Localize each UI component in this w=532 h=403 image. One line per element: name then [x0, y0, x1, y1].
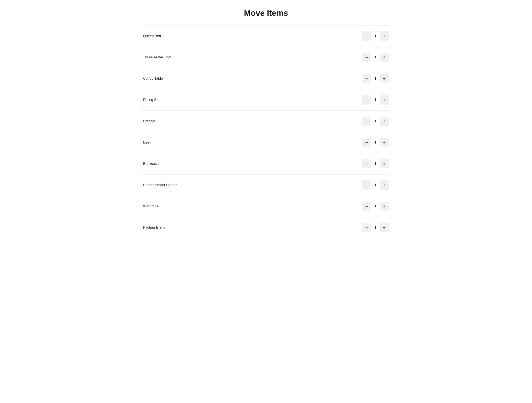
item-name-desk: Desk — [143, 140, 151, 145]
item-name-dresser: Dresser — [143, 119, 156, 123]
increment-button-desk[interactable]: + — [380, 138, 389, 147]
item-name-coffee-table: Coffee Table — [143, 76, 163, 81]
quantity-value-wardrobe: 1 — [374, 204, 377, 208]
quantity-control-bookcase: −1+ — [362, 159, 389, 168]
quantity-control-wardrobe: −1+ — [362, 202, 389, 211]
item-row: Coffee Table−1+ — [141, 68, 391, 89]
quantity-value-kitchen-island: 1 — [374, 226, 377, 230]
item-name-queen-bed: Queen Bed — [143, 34, 161, 38]
item-row: Bookcase−1+ — [141, 153, 391, 175]
item-row: Queen Bed−1+ — [141, 25, 391, 47]
item-row: Wardrobe−1+ — [141, 196, 391, 217]
decrement-button-desk[interactable]: − — [362, 138, 371, 147]
page-title: Move Items — [141, 8, 391, 18]
increment-button-kitchen-island[interactable]: + — [380, 223, 389, 232]
decrement-button-dresser[interactable]: − — [362, 117, 371, 126]
item-name-three-seater-sofa: Three-seater Sofa — [143, 55, 171, 59]
quantity-control-dresser: −1+ — [362, 117, 389, 126]
item-name-bookcase: Bookcase — [143, 162, 159, 166]
decrement-button-entertainment-center[interactable]: − — [362, 180, 371, 190]
increment-button-queen-bed[interactable]: + — [380, 31, 389, 41]
quantity-value-queen-bed: 1 — [374, 34, 377, 38]
item-row: Three-seater Sofa−1+ — [141, 47, 391, 68]
increment-button-wardrobe[interactable]: + — [380, 202, 389, 211]
quantity-value-coffee-table: 1 — [374, 76, 377, 81]
items-list: Queen Bed−1+Three-seater Sofa−1+Coffee T… — [141, 25, 391, 238]
decrement-button-coffee-table[interactable]: − — [362, 74, 371, 83]
quantity-value-three-seater-sofa: 1 — [374, 55, 377, 59]
increment-button-dresser[interactable]: + — [380, 117, 389, 126]
item-row: Desk−1+ — [141, 132, 391, 153]
decrement-button-dining-set[interactable]: − — [362, 95, 371, 105]
item-row: Dining Set−1+ — [141, 89, 391, 111]
quantity-control-kitchen-island: −1+ — [362, 223, 389, 232]
quantity-control-queen-bed: −1+ — [362, 31, 389, 41]
item-row: Entertainment Center−1+ — [141, 175, 391, 196]
page-container: Move Items Queen Bed−1+Three-seater Sofa… — [133, 0, 399, 247]
increment-button-three-seater-sofa[interactable]: + — [380, 53, 389, 62]
decrement-button-kitchen-island[interactable]: − — [362, 223, 371, 232]
decrement-button-bookcase[interactable]: − — [362, 159, 371, 168]
increment-button-dining-set[interactable]: + — [380, 95, 389, 105]
item-name-kitchen-island: Kitchen Island — [143, 226, 165, 230]
quantity-control-entertainment-center: −1+ — [362, 180, 389, 190]
quantity-control-coffee-table: −1+ — [362, 74, 389, 83]
quantity-control-desk: −1+ — [362, 138, 389, 147]
quantity-value-dining-set: 1 — [374, 98, 377, 102]
quantity-value-dresser: 1 — [374, 119, 377, 123]
increment-button-coffee-table[interactable]: + — [380, 74, 389, 83]
item-name-dining-set: Dining Set — [143, 98, 159, 102]
increment-button-bookcase[interactable]: + — [380, 159, 389, 168]
decrement-button-queen-bed[interactable]: − — [362, 31, 371, 41]
item-name-entertainment-center: Entertainment Center — [143, 183, 177, 187]
decrement-button-three-seater-sofa[interactable]: − — [362, 53, 371, 62]
quantity-value-entertainment-center: 1 — [374, 183, 377, 187]
increment-button-entertainment-center[interactable]: + — [380, 180, 389, 190]
quantity-value-desk: 1 — [374, 140, 377, 145]
quantity-control-dining-set: −1+ — [362, 95, 389, 105]
item-row: Kitchen Island−1+ — [141, 217, 391, 238]
item-name-wardrobe: Wardrobe — [143, 204, 158, 208]
quantity-value-bookcase: 1 — [374, 162, 377, 166]
quantity-control-three-seater-sofa: −1+ — [362, 53, 389, 62]
item-row: Dresser−1+ — [141, 111, 391, 132]
decrement-button-wardrobe[interactable]: − — [362, 202, 371, 211]
